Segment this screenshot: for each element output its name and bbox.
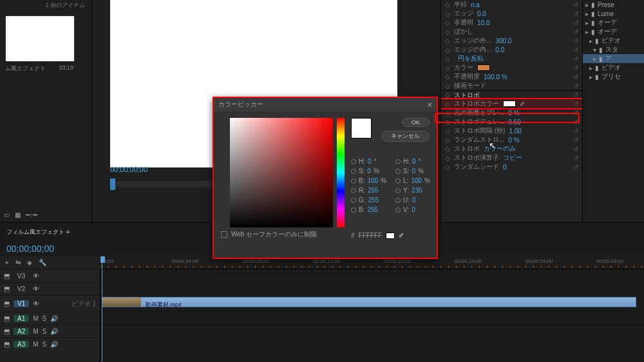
keyframe-toggle-icon[interactable]: ◇ <box>445 137 450 144</box>
effect-row[interactable]: ◇非透明10.0↺ <box>441 18 582 27</box>
keyframe-toggle-icon[interactable]: ◇ <box>445 73 450 81</box>
reset-icon[interactable]: ↺ <box>573 146 578 153</box>
effect-row[interactable]: ◇ストロボ演算子コピー↺ <box>441 153 582 162</box>
eyedropper-icon[interactable]: ✐ <box>520 100 525 108</box>
reset-icon[interactable]: ↺ <box>573 28 578 35</box>
disclosure-chevron-icon[interactable]: ▸ <box>585 19 589 26</box>
hue-slider[interactable] <box>337 118 345 227</box>
radio-icon[interactable] <box>395 188 401 193</box>
browser-item[interactable]: ▸▮ア <box>583 54 644 63</box>
close-icon[interactable]: ✕ <box>427 101 432 108</box>
keyframe-toggle-icon[interactable]: ◇ <box>445 19 450 26</box>
color-swatch[interactable] <box>477 64 490 71</box>
timeline-tracks-area[interactable]: 00;0000;00;04;0000;00;08;0000;00;12;0000… <box>100 256 644 362</box>
effect-row[interactable]: ◇ストロボ間隔 (秒)1.00↺ <box>441 126 582 135</box>
keyframe-toggle-icon[interactable]: ◇ <box>445 10 450 17</box>
radio-icon[interactable] <box>351 169 356 174</box>
effect-row[interactable]: ◇エッジの内...0.0↺ <box>441 45 582 54</box>
effect-row[interactable]: ◇ストロボデュレ...0.50↺ <box>441 117 582 126</box>
effect-row[interactable]: ◇ストロボ↺ <box>441 90 582 99</box>
param-value[interactable]: 100.0 % <box>484 73 507 81</box>
disclosure-chevron-icon[interactable]: ▾ <box>593 46 596 53</box>
reset-icon[interactable]: ↺ <box>573 55 578 62</box>
effect-row[interactable]: ◇描画モード↺ <box>441 81 582 90</box>
cancel-button[interactable]: キャンセル <box>381 131 430 142</box>
keyframe-toggle-icon[interactable]: ◇ <box>445 110 450 117</box>
keyframe-toggle-icon[interactable]: ◇ <box>445 82 450 90</box>
field-value[interactable]: 0 <box>367 167 371 175</box>
keyframe-toggle-icon[interactable]: ◇ <box>445 55 450 62</box>
disclosure-chevron-icon[interactable]: ▸ <box>589 64 592 71</box>
radio-icon[interactable] <box>351 178 356 184</box>
hex-input[interactable]: FFFFFF <box>359 232 383 239</box>
reset-icon[interactable]: ↺ <box>573 73 578 81</box>
field-value[interactable]: 0 <box>412 206 415 213</box>
track-header-v3[interactable]: ⬒V3👁 <box>0 269 100 282</box>
radio-icon[interactable] <box>395 198 401 203</box>
browser-item[interactable]: ▸▮Prese <box>583 0 644 9</box>
reset-icon[interactable]: ↺ <box>573 46 578 53</box>
reset-icon[interactable]: ↺ <box>573 164 578 171</box>
field-value[interactable]: 100 <box>411 177 422 184</box>
param-value[interactable]: 0 % <box>508 137 519 144</box>
timeline-playhead[interactable] <box>102 256 102 362</box>
disclosure-chevron-icon[interactable]: ▸ <box>585 10 589 17</box>
effect-row[interactable]: ◇ランダムストロ...0 %↺ <box>441 135 582 144</box>
lane-a3[interactable] <box>100 338 644 350</box>
keyframe-toggle-icon[interactable]: ◇ <box>445 91 450 99</box>
param-value[interactable]: 0 % <box>508 110 519 117</box>
keyframe-toggle-icon[interactable]: ◇ <box>445 1 450 8</box>
field-value[interactable]: 255 <box>368 187 379 194</box>
param-value[interactable]: 10.0 <box>477 19 489 26</box>
effect-row[interactable]: ◇円を反転↺ <box>441 54 582 63</box>
program-playhead[interactable] <box>110 178 115 190</box>
field-value[interactable]: 255 <box>368 196 379 204</box>
keyframe-toggle-icon[interactable]: ◇ <box>445 100 450 108</box>
color-field-b[interactable]: B:100% <box>351 177 386 184</box>
browser-item[interactable]: ▸▮オーデ <box>583 27 644 36</box>
zoom-slider[interactable]: ━○━ <box>26 211 37 218</box>
keyframe-toggle-icon[interactable]: ◇ <box>445 155 450 162</box>
eyedropper-icon[interactable]: ✐ <box>399 232 404 239</box>
disclosure-chevron-icon[interactable]: ▸ <box>589 37 592 44</box>
radio-icon[interactable] <box>395 207 401 213</box>
reset-icon[interactable]: ↺ <box>573 100 578 108</box>
color-field-s2[interactable]: S:0% <box>395 167 430 175</box>
clip-v1[interactable]: 動画素材.mp4 <box>102 297 636 307</box>
param-value[interactable]: 300.0 <box>495 37 511 44</box>
field-value[interactable]: 0 <box>412 196 416 204</box>
keyframe-toggle-icon[interactable]: ◇ <box>445 164 450 171</box>
color-field-l[interactable]: L:100% <box>395 177 430 184</box>
field-value[interactable]: 0 <box>368 158 372 165</box>
browser-item[interactable]: ▸▮ビデオ <box>583 36 644 45</box>
strobe-color-row[interactable]: ◇ストロボカラー✐↺ <box>441 99 582 108</box>
browser-item[interactable]: ▸▮Lume <box>583 9 644 18</box>
radio-icon[interactable] <box>351 198 356 203</box>
keyframe-toggle-icon[interactable]: ◇ <box>445 37 450 44</box>
disclosure-chevron-icon[interactable]: ▸ <box>593 55 596 62</box>
param-value[interactable]: 円を反転 <box>458 54 484 63</box>
color-gradient-field[interactable] <box>230 118 333 227</box>
browser-item[interactable]: ▸▮プリセ <box>583 72 644 81</box>
color-field-v[interactable]: V:0 <box>395 206 430 213</box>
browser-item[interactable]: ▸▮オーデ <box>583 18 644 27</box>
field-value[interactable]: 0 <box>412 158 416 165</box>
link-icon[interactable]: ⇆ <box>15 259 21 267</box>
field-value[interactable]: 255 <box>367 206 378 213</box>
reset-icon[interactable]: ↺ <box>573 10 578 17</box>
effect-row[interactable]: ◇ランダムシード0↺ <box>441 162 582 171</box>
color-field-h[interactable]: H:0° <box>351 158 386 165</box>
radio-icon[interactable] <box>351 207 356 213</box>
field-value[interactable]: 235 <box>412 187 422 194</box>
param-value[interactable]: 0 <box>503 164 507 171</box>
lane-a2[interactable] <box>100 325 644 338</box>
color-field-r[interactable]: R:255 <box>351 187 386 194</box>
disclosure-chevron-icon[interactable]: ▸ <box>589 73 592 81</box>
radio-icon[interactable] <box>395 178 401 184</box>
effect-row[interactable]: ◇エッジの外...300.0↺ <box>441 36 582 45</box>
reset-icon[interactable]: ↺ <box>573 110 578 117</box>
effect-row[interactable]: ◇ぼかし↺ <box>441 27 582 36</box>
effect-row[interactable]: ◇半径n.a↺ <box>441 0 582 9</box>
effect-row[interactable]: ◇元の画像とブレ...0 %↺ <box>441 108 582 117</box>
reset-icon[interactable]: ↺ <box>573 37 578 44</box>
